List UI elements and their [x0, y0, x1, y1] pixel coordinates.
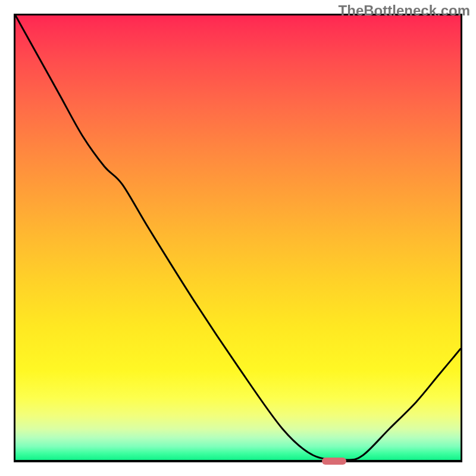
chart-plot-area — [14, 14, 462, 462]
chart-line-curve — [15, 15, 461, 460]
chart-marker-pill — [322, 458, 346, 465]
watermark-text: TheBottleneck.com — [339, 2, 470, 19]
